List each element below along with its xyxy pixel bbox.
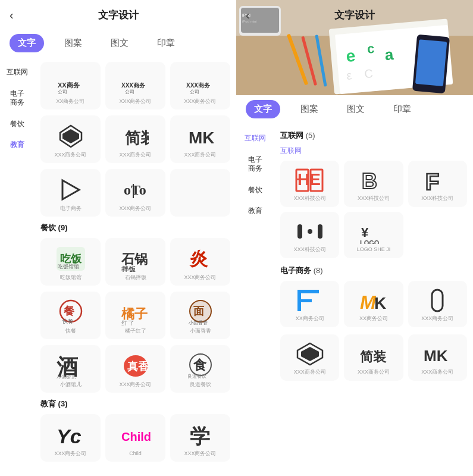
logo-card-zhenxiang[interactable]: 真香 XXX商务公司 bbox=[105, 345, 165, 393]
logo-visual-xue: 学 bbox=[185, 422, 216, 448]
right-logo-mk3[interactable]: MK XXX商务公司 bbox=[408, 334, 467, 381]
logo-visual-empty bbox=[185, 180, 216, 206]
right-label-f: XXX科技公司 bbox=[421, 195, 453, 202]
top-logo-grid: XX商务 公司 XX商务公司 XXX商务 公司 XXX商务公司 bbox=[40, 62, 230, 109]
right-logo-b[interactable]: B XXX科技公司 bbox=[344, 161, 403, 207]
logo-card-chifan[interactable]: 吃饭 吃饭馆馆 吃饭馆馆 bbox=[40, 238, 101, 286]
logo-visual-zhenxiang: 真香 bbox=[120, 353, 151, 379]
logo-label-top1: XX商务公司 bbox=[56, 98, 84, 105]
right-tab-wenzi[interactable]: 文字 bbox=[246, 100, 280, 118]
right-visual-jz2: 简装 bbox=[359, 342, 389, 366]
svg-text:面: 面 bbox=[193, 305, 205, 317]
right-tab-yinzhang[interactable]: 印章 bbox=[385, 100, 419, 118]
left-back-button[interactable]: ‹ bbox=[10, 8, 14, 22]
left-content-area: 互联网 电子商务 餐饮 教育 XX商务 公司 XX商务公司 bbox=[0, 58, 236, 476]
logo-label-jz: XXX商务公司 bbox=[119, 152, 151, 158]
right-label-f2: XX商务公司 bbox=[296, 315, 324, 322]
svg-text:F: F bbox=[425, 170, 439, 192]
logo-card-jz[interactable]: 简装 XXX商务公司 bbox=[105, 115, 165, 163]
right-logo-o[interactable]: XXX商务公司 bbox=[408, 281, 467, 327]
section-title-jiaoyu: 教育 (3) bbox=[40, 399, 230, 409]
svg-rect-62 bbox=[297, 224, 302, 239]
tab-tuwen-left[interactable]: 图文 bbox=[102, 34, 137, 52]
right-logo-f[interactable]: F XXX科技公司 bbox=[408, 161, 467, 207]
logo-card-child[interactable]: Child Child bbox=[105, 414, 165, 462]
logo-card-top2[interactable]: XXX商务 公司 XXX商务公司 bbox=[105, 62, 165, 109]
right-visual-b: B bbox=[359, 168, 389, 192]
right-label-mk3: XXX商务公司 bbox=[421, 368, 453, 376]
logo-card-yc[interactable]: Yc XXX商务公司 bbox=[40, 414, 101, 462]
logo-visual-juzi: 橘子 红了 bbox=[120, 299, 151, 325]
logo-card-jiu[interactable]: 酒 小酒馆儿 小酒馆儿 bbox=[40, 345, 101, 393]
left-header: ‹ 文字设计 bbox=[0, 0, 236, 30]
right-back-button[interactable]: ‹ bbox=[246, 8, 250, 22]
logo-card-xue[interactable]: 学 XXX商务公司 bbox=[170, 414, 230, 462]
right-sidebar-canting[interactable]: 餐饮 bbox=[246, 181, 265, 200]
right-visual-o bbox=[422, 289, 452, 312]
sidebar-item-dianzi[interactable]: 电子商务 bbox=[1, 84, 33, 112]
left-title: 文字设计 bbox=[98, 8, 139, 22]
logo-visual-top1: XX商务 公司 bbox=[55, 70, 86, 96]
right-logo-dots[interactable]: XXX科技公司 bbox=[280, 212, 339, 258]
logo-card-liangdao[interactable]: 食 良道餐饮 良道餐饮 bbox=[170, 345, 230, 393]
logo-card-play[interactable]: 电子商务 bbox=[40, 169, 101, 217]
canting-logo-grid-3: 酒 小酒馆儿 小酒馆儿 真香 XXX商务公司 bbox=[40, 345, 230, 393]
logo-card-empty[interactable] bbox=[170, 169, 230, 217]
right-main-content: 互联网 (5) 互联网 HE XXX科技公司 bbox=[274, 124, 473, 476]
logo-visual-jiu: 酒 小酒馆儿 bbox=[55, 353, 86, 379]
logo-label-top2: XXX商务公司 bbox=[119, 98, 151, 105]
right-tab-tuan[interactable]: 图案 bbox=[292, 100, 327, 118]
logo-card-juzi[interactable]: 橘子 红了 橘子红了 bbox=[105, 292, 165, 339]
logo-card-huoguo[interactable]: 炎 XXX商务公司 bbox=[170, 238, 230, 286]
right-logo-he[interactable]: HE XXX科技公司 bbox=[280, 161, 339, 207]
logo-label-jiu: 小酒馆儿 bbox=[60, 381, 82, 388]
logo-visual-kuaican: 餐 快餐 bbox=[55, 299, 86, 325]
tab-wenzi-left[interactable]: 文字 bbox=[10, 34, 44, 52]
right-logo-diamond2[interactable]: XXX商务公司 bbox=[280, 334, 339, 381]
svg-text:XX商务: XX商务 bbox=[58, 82, 80, 89]
logo-card-diamond[interactable]: XXX商务公司 bbox=[40, 115, 101, 163]
logo-card-kuaican[interactable]: 餐 快餐 快餐 bbox=[40, 292, 101, 339]
jiaoyu-logo-grid: Yc XXX商务公司 Child Child bbox=[40, 414, 230, 462]
right-sidebar-jiaoyu[interactable]: 教育 bbox=[246, 202, 265, 221]
sidebar-item-canting[interactable]: 餐饮 bbox=[1, 115, 33, 134]
hero-image: e c a ε C iPod iPod mini ‹ 文字设计 bbox=[236, 0, 473, 95]
tab-yinzhang-left[interactable]: 印章 bbox=[149, 34, 183, 52]
right-visual-yen: ¥ LOGO bbox=[359, 220, 389, 244]
logo-card-oto[interactable]: oTo XXX商务公司 bbox=[105, 169, 165, 217]
logo-visual-xiaomian: 面 小面香香 bbox=[185, 299, 216, 325]
right-section-hulianwang: 互联网 (5) bbox=[280, 130, 467, 141]
svg-text:学: 学 bbox=[190, 425, 210, 447]
logo-visual-diamond bbox=[55, 123, 86, 149]
logo-card-top3[interactable]: XXX商务 公司 XXX商务公司 bbox=[170, 62, 230, 109]
svg-text:LOGO: LOGO bbox=[360, 239, 380, 244]
right-tab-tuwen[interactable]: 图文 bbox=[339, 100, 373, 118]
svg-text:Yc: Yc bbox=[57, 425, 82, 447]
right-label-diamond2: XXX商务公司 bbox=[294, 368, 326, 376]
right-sidebar-hulianwang[interactable]: 互联网 bbox=[242, 129, 268, 148]
svg-text:公司: 公司 bbox=[190, 89, 199, 95]
logo-card-xiaomian[interactable]: 面 小面香香 小面香香 bbox=[170, 292, 230, 339]
logo-visual-oto: oTo bbox=[120, 177, 151, 203]
right-sidebar-dianzi[interactable]: 电子商务 bbox=[246, 151, 265, 178]
svg-text:真香: 真香 bbox=[127, 361, 149, 372]
logo-card-shiguo[interactable]: 石锅 拌饭 石锅拌饭 bbox=[105, 238, 165, 286]
right-logo-mk2[interactable]: M K XX商务公司 bbox=[344, 281, 403, 327]
right-label-yen: LOGO SHE JI bbox=[357, 246, 391, 252]
sidebar-item-hulianwang[interactable]: 互联网 bbox=[1, 63, 33, 82]
sidebar-item-jiaoyu[interactable]: 教育 bbox=[1, 136, 33, 155]
svg-text:e: e bbox=[345, 46, 356, 65]
logo-card-top1[interactable]: XX商务 公司 XX商务公司 bbox=[40, 62, 101, 109]
logo-label-shiguo: 石锅拌饭 bbox=[125, 274, 146, 281]
tab-tuan-left[interactable]: 图案 bbox=[56, 34, 90, 52]
svg-text:吃饭馆馆: 吃饭馆馆 bbox=[58, 264, 79, 270]
svg-text:小酒馆儿: 小酒馆儿 bbox=[57, 375, 76, 379]
right-logo-jz2[interactable]: 简装 XXX商务公司 bbox=[344, 334, 403, 381]
logo-card-mk[interactable]: MK XXX商务公司 bbox=[170, 115, 230, 163]
logo-label-chifan: 吃饭馆馆 bbox=[60, 274, 82, 281]
right-logo-f2[interactable]: XX商务公司 bbox=[280, 281, 339, 327]
svg-text:C: C bbox=[364, 67, 373, 80]
svg-text:快餐: 快餐 bbox=[62, 318, 73, 324]
canting-logo-grid-2: 餐 快餐 快餐 橘子 红了 橘子红了 bbox=[40, 292, 230, 339]
right-logo-yen[interactable]: ¥ LOGO LOGO SHE JI bbox=[344, 212, 403, 258]
